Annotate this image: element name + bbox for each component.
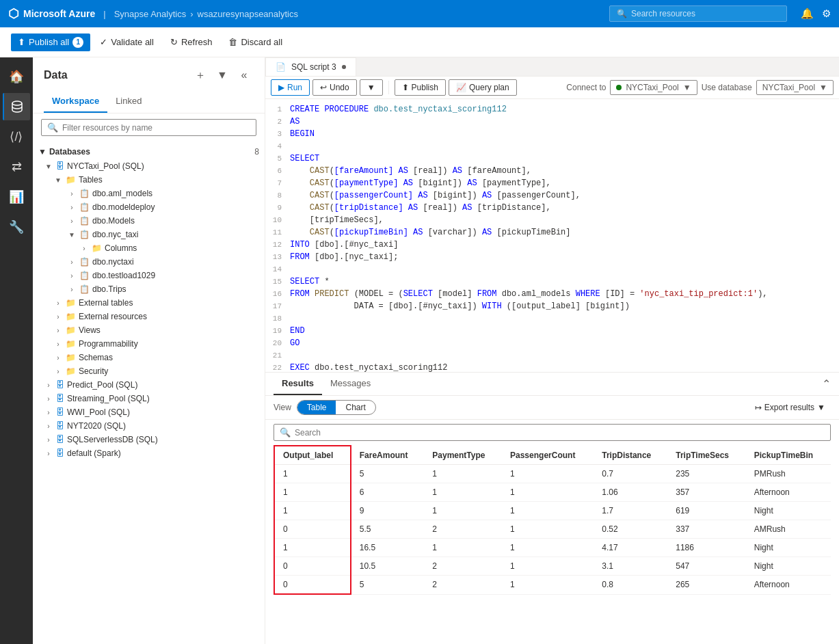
filter-search-box[interactable]: 🔍: [41, 119, 256, 136]
chevron-right-icon: ›: [44, 450, 53, 457]
collapse-button[interactable]: «: [235, 66, 254, 85]
tree-item-external-resources[interactable]: › 📁 External resources: [33, 310, 265, 323]
results-tab-results[interactable]: Results: [274, 373, 322, 395]
tree-item-sqlserverless[interactable]: › 🗄 SQLServerlessDB (SQL): [33, 433, 265, 446]
view-table-button[interactable]: Table: [297, 401, 336, 414]
tree-item-default-spark[interactable]: › 🗄 default (Spark): [33, 446, 265, 460]
global-search[interactable]: 🔍 Search resources: [609, 5, 787, 22]
db-icon: 🗄: [56, 435, 64, 444]
modified-indicator: [342, 65, 346, 69]
table-row: 010.5213.1547Night: [274, 557, 831, 576]
chevron-down-icon: ▼: [367, 83, 375, 92]
table-icon: 📋: [79, 230, 90, 239]
search-icon: 🔍: [280, 427, 291, 438]
filter-input[interactable]: [62, 123, 250, 133]
add-button[interactable]: ＋: [191, 66, 210, 85]
database-selector[interactable]: NYCTaxi_Pool ▼: [756, 80, 834, 95]
folder-icon: 📁: [66, 339, 76, 349]
undo-button[interactable]: ↩ Undo: [312, 79, 357, 96]
tree-item-wwi-pool[interactable]: › 🗄 WWI_Pool (SQL): [33, 405, 265, 419]
tab-workspace[interactable]: Workspace: [44, 90, 107, 113]
database-name: NYCTaxi_Pool: [762, 83, 815, 92]
folder-icon: 📁: [66, 298, 76, 308]
table-icon: 📋: [79, 189, 90, 198]
results-table-wrap[interactable]: Output_label FareAmount PaymentType Pass…: [265, 445, 839, 644]
results-tab-messages[interactable]: Messages: [322, 373, 379, 395]
publish-all-button[interactable]: ⬆ Publish all 1: [11, 33, 90, 51]
results-search-input[interactable]: [295, 428, 825, 438]
chevron-right-icon: ›: [53, 368, 63, 375]
tree-item-columns[interactable]: › 📁 Columns: [33, 241, 265, 255]
tree-item-trips[interactable]: › 📋 dbo.Trips: [33, 282, 265, 296]
chevron-right-icon: ›: [44, 422, 53, 430]
code-editor[interactable]: 1 CREATE PROCEDURE dbo.test_nyctaxi_scor…: [265, 99, 839, 373]
tree-item-modeldeploy[interactable]: › 📋 dbo.modeldeploy: [33, 200, 265, 214]
view-toggle: Table Chart: [297, 400, 376, 415]
breadcrumb-synapse[interactable]: Synapse Analytics: [114, 9, 187, 19]
refresh-button[interactable]: ↻ Refresh: [163, 33, 219, 51]
tree-item-schemas[interactable]: › 📁 Schemas: [33, 351, 265, 364]
tree-item-external-tables[interactable]: › 📁 External tables: [33, 296, 265, 310]
databases-label: Databases: [49, 147, 90, 157]
integrate-icon[interactable]: ⇄: [3, 153, 30, 180]
view-chart-button[interactable]: Chart: [336, 401, 375, 414]
tree-item-nyctaxi[interactable]: › 📋 dbo.nyctaxi: [33, 255, 265, 269]
db-icon: 🗄: [56, 394, 64, 403]
results-panel: Results Messages ⌃ View Table Chart ↦ Ex…: [265, 373, 839, 644]
validate-all-button[interactable]: ✓ Validate all: [93, 33, 161, 51]
db-icon: 🗄: [56, 407, 64, 417]
settings-icon[interactable]: ⚙: [822, 8, 831, 20]
col-fare-amount: FareAmount: [351, 446, 425, 465]
chevron-right-icon: ›: [53, 327, 63, 334]
databases-header[interactable]: ▼ Databases 8: [33, 144, 265, 159]
tree-item-tables[interactable]: ▼ 📁 Tables: [33, 173, 265, 187]
tree-item-streaming-pool[interactable]: › 🗄 Streaming_Pool (SQL): [33, 392, 265, 405]
code-line-17: 17 DATA = [dbo].[#nyc_taxi]) WITH ([outp…: [265, 301, 839, 314]
chart-icon: 📈: [456, 83, 466, 92]
databases-count: 8: [254, 147, 259, 157]
code-line-7: 7 CAST([paymentType] AS [bigint]) AS [pa…: [265, 178, 839, 191]
tree-item-programmability[interactable]: › 📁 Programmability: [33, 337, 265, 351]
export-results-button[interactable]: ↦ Export results ▼: [749, 400, 831, 415]
code-line-8: 8 CAST([passengerCount] AS [bigint]) AS …: [265, 191, 839, 203]
home-icon[interactable]: 🏠: [3, 63, 30, 90]
tree-item-aml-models[interactable]: › 📋 dbo.aml_models: [33, 187, 265, 200]
filter-button[interactable]: ▼: [213, 66, 232, 85]
folder-icon: 📁: [92, 243, 102, 253]
table-row: 05.5210.52337AMRush: [274, 520, 831, 539]
more-options-button[interactable]: ▼: [360, 79, 383, 96]
tree-item-nyc-taxi[interactable]: ▼ 📋 dbo.nyc_taxi: [33, 228, 265, 241]
publish-button[interactable]: ⬆ Publish: [395, 79, 446, 96]
manage-icon[interactable]: 🔧: [3, 213, 30, 241]
folder-icon: 📁: [66, 325, 76, 335]
develop-icon[interactable]: ⟨/⟩: [3, 123, 30, 150]
tree-item-security[interactable]: › 📁 Security: [33, 364, 265, 378]
tree-item-nyctaxi-pool[interactable]: ▼ 🗄 NYCTaxi_Pool (SQL): [33, 159, 265, 173]
tree-item-views[interactable]: › 📁 Views: [33, 323, 265, 337]
discard-all-button[interactable]: 🗑 Discard all: [222, 33, 289, 51]
pool-selector[interactable]: NYCTaxi_Pool ▼: [610, 80, 697, 95]
top-bar-icons: 🔔 ⚙: [801, 8, 831, 20]
notification-icon[interactable]: 🔔: [801, 8, 814, 20]
tree-item-nyt2020[interactable]: › 🗄 NYT2020 (SQL): [33, 419, 265, 433]
search-placeholder: Search resources: [631, 9, 695, 18]
tab-linked[interactable]: Linked: [107, 90, 150, 113]
breadcrumb-workspace[interactable]: wsazuresynapseanalytics: [198, 9, 298, 19]
table-icon: 📋: [79, 216, 90, 226]
tree-item-models[interactable]: › 📋 dbo.Models: [33, 214, 265, 228]
icon-rail: 🏠 ⟨/⟩ ⇄ 📊 🔧: [0, 57, 33, 644]
query-plan-button[interactable]: 📈 Query plan: [449, 79, 517, 96]
tree-item-predict-pool[interactable]: › 🗄 Predict_Pool (SQL): [33, 378, 265, 392]
run-button[interactable]: ▶ Run: [271, 79, 310, 96]
data-panel: Data ＋ ▼ « Workspace Linked 🔍 ▼ Database…: [33, 57, 265, 644]
collapse-results-button[interactable]: ⌃: [822, 377, 831, 390]
code-line-13: 13 FROM [dbo].[nyc_taxi];: [265, 252, 839, 265]
col-trip-time-secs: TripTimeSecs: [667, 446, 746, 465]
script-tab-active[interactable]: 📄 SQL script 3: [265, 57, 356, 76]
results-search-box[interactable]: 🔍: [274, 424, 831, 441]
monitor-icon[interactable]: 📊: [3, 183, 30, 211]
tree-item-testload[interactable]: › 📋 dbo.testload1029: [33, 269, 265, 282]
chevron-right-icon: ›: [53, 354, 63, 362]
chevron-right-icon: ›: [44, 395, 53, 403]
data-icon[interactable]: [3, 93, 30, 120]
